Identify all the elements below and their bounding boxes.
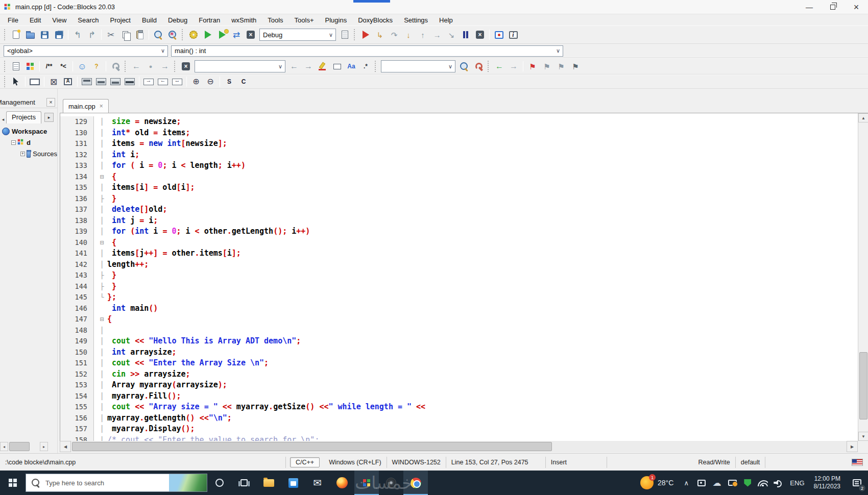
match-case-button[interactable]: Aa [345,60,358,73]
code-line[interactable]: 149│ cout << "Hello This is Array ADT de… [60,336,858,347]
security-button[interactable] [740,471,755,495]
doxy-view-chm-button[interactable]: ☺ [76,60,89,73]
code-line[interactable]: 139│ for (int i = 0; i < other.getLength… [60,226,858,237]
tab-scroll-left-icon[interactable]: ◂ [0,115,6,123]
save-button[interactable] [38,28,51,41]
menu-tools[interactable]: Tools [262,15,288,25]
save-all-button[interactable] [52,28,65,41]
jump-forward-button[interactable]: → [507,60,520,73]
disk-button[interactable] [379,471,403,495]
restore-button[interactable] [821,0,845,14]
volume-button[interactable] [770,471,786,495]
menu-settings[interactable]: Settings [398,15,433,25]
code-line[interactable]: 142│length++; [60,259,858,270]
align-bottom-button[interactable] [109,75,122,88]
find-in-files-button[interactable] [457,60,471,73]
tray-expand-button[interactable]: ∧ [679,471,694,495]
minimize-button[interactable]: — [798,0,821,14]
prev-bookmark-button[interactable]: ⚑ [540,60,553,73]
debug-info-button[interactable] [507,28,520,41]
zoom-in-button[interactable]: ⊕ [189,75,203,88]
code-line[interactable]: 137│ delete[]old; [60,204,858,215]
shrink-horizontal-button[interactable]: ← [156,75,170,88]
build-and-run-button[interactable] [215,28,229,41]
code-line[interactable]: 145└}; [60,292,858,303]
next-instruction-button[interactable]: → [430,28,444,41]
highlight-occurrences-button[interactable] [316,60,329,73]
fold-margin[interactable]: ⊟ [98,314,106,325]
firefox-button[interactable] [330,471,354,495]
menu-plugins[interactable]: Plugins [320,15,353,25]
toggle-bookmark-button[interactable]: ⚑ [526,60,539,73]
class-preview-button[interactable]: C [237,75,250,88]
close-button[interactable]: × [845,0,868,14]
align-fill-button[interactable] [123,75,136,88]
find-text-select[interactable]: ∨ [381,60,455,72]
clock[interactable]: 12:00 PM 8/11/2023 [809,475,846,490]
search-highlight-photo[interactable] [169,474,207,491]
search-prev-button[interactable]: ← [287,60,301,73]
code-editor[interactable]: 129│ size = newsize;130│ int* old = item… [60,113,858,441]
code-line[interactable]: 143├ } [60,270,858,281]
function-select[interactable]: main() : int ∨ [171,45,563,57]
find-options-button[interactable] [472,60,485,73]
current-line-marker-button[interactable]: ● [144,60,157,73]
code-line[interactable]: 150│ int arraysize; [60,347,858,358]
tab-scroll-right-icon[interactable]: ▸ [44,113,54,122]
code-line[interactable]: 158│/* cout << "Enter the value to searc… [60,435,858,441]
fold-margin[interactable]: ⊟ [98,171,106,183]
code-line[interactable]: 154│ myarray.Fill(); [60,391,858,402]
cast-button[interactable] [725,471,740,495]
code-line[interactable]: 148│ [60,325,858,336]
source-preview-button[interactable]: S [223,75,236,88]
scroll-left-icon[interactable]: ◂ [0,442,8,451]
mail-button[interactable]: ✉ [305,471,330,495]
chrome-button[interactable] [403,471,428,495]
align-middle-button[interactable] [94,75,108,88]
menu-debug[interactable]: Debug [162,15,193,25]
menu-fortran[interactable]: Fortran [193,15,226,25]
rebuild-button[interactable]: ⇄ [230,28,243,41]
doxy-extract-docs-button[interactable] [9,60,22,73]
scroll-up-icon[interactable]: ▲ [858,113,868,122]
break-debugger-button[interactable] [459,28,472,41]
align-top-button[interactable] [80,75,93,88]
open-file-button[interactable] [23,28,37,41]
step-into-button[interactable]: ↓ [402,28,415,41]
new-file-button[interactable] [9,28,22,41]
start-button[interactable] [0,471,26,495]
code-line[interactable]: 147⊟{ [60,314,858,325]
code-line[interactable]: 155│ cout << "Array size = " << myarray.… [60,402,858,413]
text-tool-button[interactable] [61,75,75,88]
build-target-select[interactable]: Debug∨ [259,29,336,41]
doxy-wizard-button[interactable] [23,60,37,73]
expand-horizontal-button[interactable]: → [142,75,155,88]
panel-hscrollbar[interactable]: ◂ ▸ [0,441,57,452]
menu-doxyblocks[interactable]: DoxyBlocks [352,15,398,25]
tab-main-cpp[interactable]: main.cpp × [63,99,109,113]
menu-wxsmith[interactable]: wxSmith [226,15,262,25]
stop-debugger-button[interactable] [473,28,487,41]
cortana-button[interactable] [207,471,232,495]
menu-project[interactable]: Project [105,15,136,25]
code-line[interactable]: 140⊟ { [60,237,858,249]
hscroll-thumb[interactable] [72,442,552,451]
code-line[interactable]: 131│ items = new int[newsize]; [60,138,858,150]
expand-icon[interactable]: + [20,152,25,156]
goto-prev-change-button[interactable]: ← [130,60,143,73]
build-options-button[interactable] [338,28,351,41]
code-line[interactable]: 136├ } [60,193,858,205]
taskbar-search-input[interactable]: Type here to search [26,474,207,492]
scroll-right-icon[interactable]: ▸ [40,442,48,451]
teams-button[interactable] [694,471,709,495]
scroll-right-icon[interactable]: ▶ [847,441,858,452]
incremental-search-input[interactable]: ∨ [195,60,285,72]
file-explorer-button[interactable] [256,471,281,495]
doxy-help-button[interactable]: ? [90,60,103,73]
step-out-button[interactable]: ↑ [416,28,429,41]
code-line[interactable]: 157│ myarray.Display(); [60,424,858,435]
vscroll-thumb[interactable] [859,352,867,419]
doxy-block-comment-button[interactable]: /** [42,60,56,73]
build-button[interactable] [187,28,200,41]
undo-button[interactable]: ↰ [71,28,84,41]
